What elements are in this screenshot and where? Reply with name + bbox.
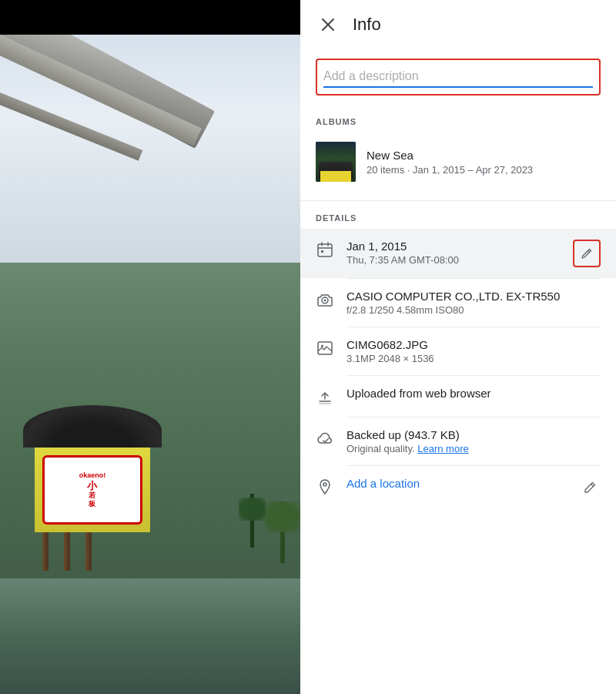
camera-content: CASIO COMPUTER CO.,LTD. EX-TR550 f/2.8 1… (346, 290, 601, 316)
albums-section: New Sea 20 items · Jan 1, 2015 – Apr 27,… (300, 129, 616, 200)
date-secondary: Thu, 7:35 AM GMT-08:00 (346, 254, 561, 266)
upload-content: Uploaded from web browser (346, 387, 601, 400)
description-section (300, 49, 616, 111)
details-section-label: DETAILS (300, 201, 616, 226)
album-name: New Sea (367, 149, 533, 162)
description-input[interactable] (323, 63, 593, 88)
file-content: CIMG0682.JPG 3.1MP 2048 × 1536 (346, 338, 601, 364)
svg-point-11 (321, 345, 323, 347)
date-row: Jan 1, 2015 Thu, 7:35 AM GMT-08:00 (300, 229, 616, 278)
location-edit-button[interactable] (579, 477, 601, 498)
album-thumbnail (316, 142, 356, 182)
album-item[interactable]: New Sea 20 items · Jan 1, 2015 – Apr 27,… (316, 136, 601, 188)
file-primary: CIMG0682.JPG (346, 338, 601, 351)
date-edit-button[interactable] (573, 240, 601, 267)
svg-line-13 (591, 484, 594, 487)
svg-point-12 (323, 483, 326, 486)
add-location-label[interactable]: Add a location (346, 477, 567, 490)
upload-row: Uploaded from web browser (300, 376, 616, 417)
camera-primary: CASIO COMPUTER CO.,LTD. EX-TR550 (346, 290, 601, 303)
upload-primary: Uploaded from web browser (346, 387, 601, 400)
svg-point-9 (324, 300, 326, 302)
cloud-icon (316, 429, 334, 448)
description-input-wrapper (316, 59, 601, 96)
learn-more-link[interactable]: Learn more (417, 443, 468, 454)
location-row: Add a location (300, 466, 616, 509)
backup-secondary-prefix: Original quality. (346, 443, 417, 454)
camera-secondary: f/2.8 1/250 4.58mm ISO80 (346, 304, 601, 316)
album-meta: 20 items · Jan 1, 2015 – Apr 27, 2023 (367, 164, 533, 176)
calendar-icon (316, 240, 334, 259)
date-content: Jan 1, 2015 Thu, 7:35 AM GMT-08:00 (346, 240, 561, 266)
info-header: Info (300, 0, 616, 49)
date-primary: Jan 1, 2015 (346, 240, 561, 253)
photo-panel: okaeno!小若板 (0, 0, 300, 694)
upload-icon (316, 387, 334, 406)
camera-icon (316, 290, 334, 309)
image-icon (316, 339, 334, 357)
svg-rect-6 (321, 250, 323, 253)
panel-title: Info (353, 15, 381, 35)
location-content: Add a location (346, 477, 567, 490)
album-info: New Sea 20 items · Jan 1, 2015 – Apr 27,… (367, 149, 533, 176)
svg-rect-2 (318, 244, 332, 256)
file-secondary: 3.1MP 2048 × 1536 (346, 353, 601, 364)
backup-row: Backed up (943.7 KB) Original quality. L… (300, 417, 616, 465)
file-row: CIMG0682.JPG 3.1MP 2048 × 1536 (300, 327, 616, 375)
backup-primary: Backed up (943.7 KB) (346, 428, 601, 441)
info-panel: Info ALBUMS New Sea 20 items · Jan 1, 20… (300, 0, 616, 694)
camera-row: CASIO COMPUTER CO.,LTD. EX-TR550 f/2.8 1… (300, 279, 616, 327)
close-button[interactable] (316, 12, 340, 37)
details-section: Jan 1, 2015 Thu, 7:35 AM GMT-08:00 (300, 226, 616, 512)
svg-line-7 (588, 251, 590, 253)
location-icon (316, 478, 334, 496)
albums-section-label: ALBUMS (300, 111, 616, 129)
backup-secondary: Original quality. Learn more (346, 443, 601, 454)
backup-content: Backed up (943.7 KB) Original quality. L… (346, 428, 601, 454)
